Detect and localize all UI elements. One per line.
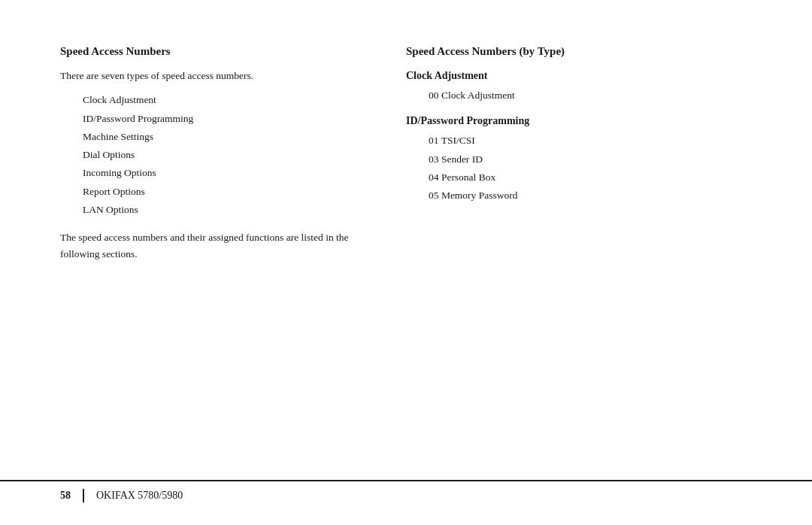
sub-list-0: 00 Clock Adjustment — [429, 86, 752, 105]
page-number: 58 — [60, 490, 71, 502]
intro-text: There are seven types of speed access nu… — [60, 68, 376, 83]
right-column: Speed Access Numbers (by Type) Clock Adj… — [406, 45, 752, 205]
sub-list-item: 00 Clock Adjustment — [429, 86, 752, 105]
list-item: Dial Options — [83, 146, 376, 164]
footer-divider — [83, 489, 84, 502]
list-item: Report Options — [83, 183, 376, 201]
left-column: Speed Access Numbers There are seven typ… — [60, 45, 376, 262]
list-item: Clock Adjustment — [83, 91, 376, 109]
sub-list-1: 01 TSI/CSI03 Sender ID04 Personal Box05 … — [429, 132, 752, 205]
list-item: ID/Password Programming — [83, 110, 376, 128]
content-area: Speed Access Numbers There are seven typ… — [60, 45, 752, 262]
page-footer: 58 OKIFAX 5780/5980 — [0, 480, 812, 502]
left-section-title: Speed Access Numbers — [60, 45, 376, 58]
page-container: Speed Access Numbers There are seven typ… — [0, 0, 812, 525]
list-item: Incoming Options — [83, 164, 376, 182]
subsections-container: Clock Adjustment00 Clock AdjustmentID/Pa… — [406, 70, 752, 205]
left-list: Clock AdjustmentID/Password ProgrammingM… — [83, 91, 376, 219]
sub-list-item: 04 Personal Box — [429, 168, 752, 187]
subsection-title-0: Clock Adjustment — [406, 70, 752, 82]
sub-list-item: 05 Memory Password — [429, 187, 752, 205]
footer-text: The speed access numbers and their assig… — [60, 229, 376, 262]
sub-list-item: 01 TSI/CSI — [429, 132, 752, 150]
list-item: LAN Options — [83, 201, 376, 219]
list-item: Machine Settings — [83, 128, 376, 146]
right-section-title: Speed Access Numbers (by Type) — [406, 45, 752, 58]
footer-model: OKIFAX 5780/5980 — [96, 490, 183, 502]
subsection-title-1: ID/Password Programming — [406, 115, 752, 127]
sub-list-item: 03 Sender ID — [429, 150, 752, 168]
